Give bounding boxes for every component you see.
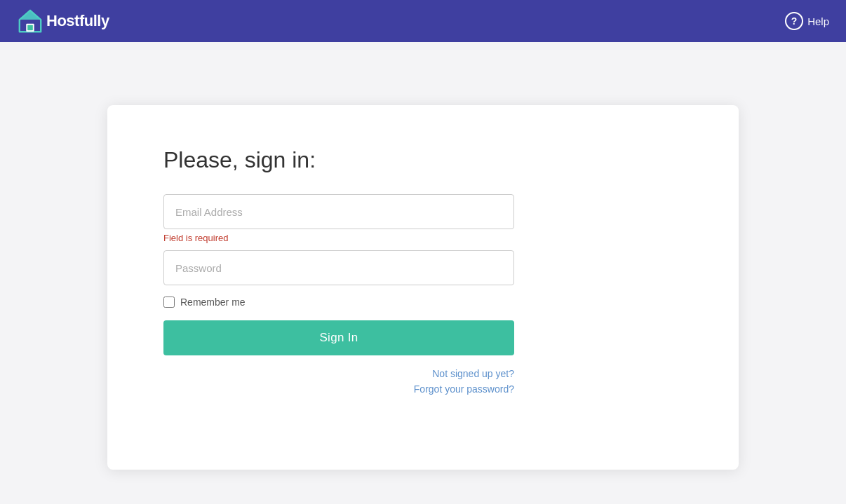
password-field[interactable] [163,250,514,285]
main-content: Please, sign in: Field is required Remem… [0,42,846,470]
logo-text: Hostfully [46,12,109,30]
links-area: Not signed up yet? Forgot your password? [163,368,514,395]
help-label: Help [807,15,829,27]
email-form-group: Field is required [163,194,683,243]
sign-in-button[interactable]: Sign In [163,320,514,355]
navbar: Hostfully ? Help [0,0,846,42]
password-form-group [163,250,683,285]
help-icon: ? [785,12,803,30]
forgot-password-link[interactable]: Forgot your password? [414,383,514,395]
email-field[interactable] [163,194,514,229]
remember-me-checkbox[interactable] [163,297,175,308]
page-title: Please, sign in: [163,147,683,173]
login-card: Please, sign in: Field is required Remem… [107,105,739,470]
remember-me-label[interactable]: Remember me [180,297,246,308]
remember-me-group: Remember me [163,297,683,308]
svg-marker-1 [20,11,41,20]
logo-icon [17,8,43,34]
svg-rect-3 [27,25,33,31]
not-signed-up-link[interactable]: Not signed up yet? [432,368,514,379]
logo[interactable]: Hostfully [17,8,109,34]
help-button[interactable]: ? Help [785,12,829,30]
email-error: Field is required [163,233,683,243]
